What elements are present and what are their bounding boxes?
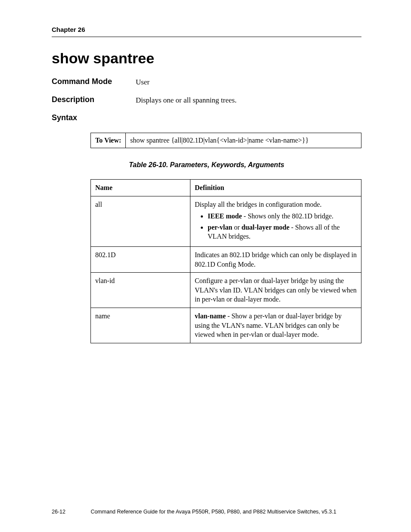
description-row: Description Displays one or all spanning… — [52, 95, 361, 105]
syntax-heading: Syntax — [52, 113, 361, 122]
syntax-row-label: To View: — [91, 133, 126, 148]
page-container: Chapter 26 show spantree Command Mode Us… — [0, 0, 411, 532]
footer-page-number: 26-12 — [52, 509, 65, 515]
param-definition: Indicates an 802.1D bridge which can onl… — [190, 246, 361, 272]
syntax-table: To View: show spantree {all|802.1D|vlan{… — [90, 133, 361, 148]
param-definition: Configure a per-vlan or dual-layer bridg… — [190, 273, 361, 308]
bold-text: IEEE mode — [208, 212, 242, 220]
command-mode-row: Command Mode User — [52, 77, 361, 87]
param-definition: vlan-name - Show a per-vlan or dual-laye… — [190, 308, 361, 343]
param-table: Name Definition all Display all the brid… — [90, 179, 361, 343]
description-value: Displays one or all spanning trees. — [136, 95, 237, 105]
param-header-row: Name Definition — [91, 180, 361, 196]
param-header-name: Name — [91, 180, 190, 196]
bold-text: per-vlan — [208, 224, 232, 231]
param-row-vlanid: vlan-id Configure a per-vlan or dual-lay… — [91, 273, 361, 308]
command-mode-label: Command Mode — [52, 77, 136, 87]
def-bullets: IEEE mode - Shows only the 802.1D bridge… — [195, 212, 357, 241]
param-name: 802.1D — [91, 246, 190, 272]
plain-text: or — [232, 224, 241, 231]
command-mode-value: User — [136, 77, 149, 87]
def-bullet: IEEE mode - Shows only the 802.1D bridge… — [208, 212, 357, 221]
plain-text: - Shows only the 802.1D bridge. — [242, 212, 333, 220]
syntax-row-value: show spantree {all|802.1D|vlan{<vlan-id>… — [126, 133, 361, 148]
command-title: show spantree — [52, 50, 361, 67]
param-header-definition: Definition — [190, 180, 361, 196]
param-table-caption: Table 26-10. Parameters, Keywords, Argum… — [52, 161, 361, 169]
description-label: Description — [52, 95, 136, 105]
syntax-row: To View: show spantree {all|802.1D|vlan{… — [91, 133, 361, 148]
param-name: name — [91, 308, 190, 343]
param-name: vlan-id — [91, 273, 190, 308]
page-footer: 26-12 Command Reference Guide for the Av… — [52, 509, 361, 515]
param-name: all — [91, 196, 190, 246]
footer-title: Command Reference Guide for the Avaya P5… — [65, 509, 361, 515]
bold-text: vlan-name — [195, 312, 226, 320]
param-definition: Display all the bridges in configuration… — [190, 196, 361, 246]
param-row-8021d: 802.1D Indicates an 802.1D bridge which … — [91, 246, 361, 272]
running-header: Chapter 26 — [52, 26, 361, 33]
bold-text: dual-layer mode — [242, 224, 290, 231]
header-rule — [52, 37, 361, 37]
param-row-all: all Display all the bridges in configura… — [91, 196, 361, 246]
param-row-name: name vlan-name - Show a per-vlan or dual… — [91, 308, 361, 343]
def-lead: Display all the bridges in configuration… — [195, 201, 322, 208]
def-bullet: per-vlan or dual-layer mode - Shows all … — [208, 223, 357, 241]
